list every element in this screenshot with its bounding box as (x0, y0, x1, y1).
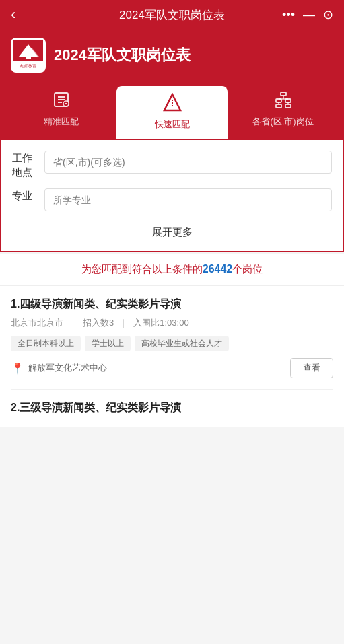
major-input[interactable] (44, 188, 332, 211)
logo-svg: 红师教育 (13, 40, 43, 70)
tab-province-label: 各省(区,市)岗位 (252, 116, 313, 128)
job-item: 1.四级导演新闻类、纪实类影片导演 北京市北京市 ｜ 招入数3 ｜ 入围比1:0… (11, 286, 333, 390)
svg-rect-4 (26, 57, 31, 59)
location-pin-icon: 📍 (11, 362, 24, 375)
location-input[interactable] (44, 151, 332, 174)
tab-province[interactable]: 各省(区,市)岗位 (228, 83, 339, 139)
location-label: 工作地点 (12, 151, 38, 179)
job-ratio-1: 入围比1:03:00 (133, 317, 188, 329)
search-form: 工作地点 专业 展开更多 (0, 139, 344, 252)
job-tag-type: 高校毕业生或社会人才 (135, 336, 229, 351)
status-bar-title: 2024军队文职岗位表 (119, 7, 225, 23)
logo: 红师教育 (11, 38, 46, 73)
tab-fast[interactable]: 快速匹配 (116, 86, 228, 139)
job-tag-degree: 学士以上 (85, 336, 131, 351)
job-org-name-1: 解放军文化艺术中心 (28, 362, 107, 374)
tab-precise-label: 精准匹配 (44, 116, 79, 128)
job-footer-1: 📍 解放军文化艺术中心 查看 (11, 358, 333, 378)
major-label: 专业 (12, 188, 38, 203)
job-item-2: 2.三级导演新闻类、纪实类影片导演 (11, 390, 333, 427)
job-meta-1: 北京市北京市 ｜ 招入数3 ｜ 入围比1:03:00 (11, 317, 333, 329)
header-title: 2024军队文职岗位表 (54, 45, 191, 65)
major-row: 专业 (12, 188, 332, 211)
tab-fast-label: 快速匹配 (155, 118, 190, 131)
svg-rect-21 (285, 104, 291, 108)
match-result-bar: 为您匹配到符合以上条件的26442个岗位 (0, 254, 344, 286)
tab-precise[interactable]: 精准匹配 (5, 83, 116, 139)
more-icon[interactable]: ••• (282, 8, 295, 22)
expand-section: 展开更多 (12, 221, 332, 240)
divider-1: ｜ (69, 317, 77, 329)
location-row: 工作地点 (12, 151, 332, 179)
status-bar: ‹ 2024军队文职岗位表 ••• — ⊙ (0, 0, 344, 30)
close-icon[interactable]: ⊙ (323, 7, 333, 22)
job-index-2: 2 (11, 402, 17, 413)
job-index-1: 1 (11, 298, 17, 310)
match-result-text: 为您匹配到符合以上条件的26442个岗位 (81, 263, 263, 275)
match-suffix: 个岗位 (232, 263, 263, 275)
province-icon (274, 90, 293, 113)
job-title-1: 1.四级导演新闻类、纪实类影片导演 (11, 297, 333, 312)
divider-2: ｜ (119, 317, 128, 329)
status-bar-left: ‹ (11, 6, 15, 24)
job-list: 1.四级导演新闻类、纪实类影片导演 北京市北京市 ｜ 招入数3 ｜ 入围比1:0… (0, 286, 344, 427)
job-name-1: 四级导演新闻类、纪实类影片导演 (20, 298, 181, 310)
page-header: 红师教育 2024军队文职岗位表 (0, 30, 344, 83)
job-recruits-1: 招入数3 (83, 317, 114, 329)
status-bar-right: ••• — ⊙ (282, 7, 333, 22)
precise-icon (52, 90, 71, 113)
job-tag-education: 全日制本科以上 (11, 336, 81, 351)
view-button-1[interactable]: 查看 (290, 358, 333, 378)
back-button[interactable]: ‹ (11, 6, 15, 24)
fast-icon (163, 93, 182, 116)
job-tags-1: 全日制本科以上 学士以上 高校毕业生或社会人才 (11, 336, 333, 351)
job-title-2: 2.三级导演新闻类、纪实类影片导演 (11, 400, 333, 415)
tab-bar: 精准匹配 快速匹配 (0, 83, 344, 139)
svg-rect-20 (276, 104, 281, 108)
job-name-2: 三级导演新闻类、纪实类影片导演 (20, 402, 181, 413)
match-count: 26442 (203, 263, 233, 275)
expand-button[interactable]: 展开更多 (152, 226, 193, 238)
minimize-icon[interactable]: — (303, 8, 315, 22)
job-org-1: 📍 解放军文化艺术中心 (11, 362, 107, 375)
svg-text:红师教育: 红师教育 (20, 63, 36, 68)
job-city-1: 北京市北京市 (11, 317, 63, 329)
svg-rect-17 (281, 92, 286, 96)
match-prefix: 为您匹配到符合以上条件的 (81, 263, 203, 275)
